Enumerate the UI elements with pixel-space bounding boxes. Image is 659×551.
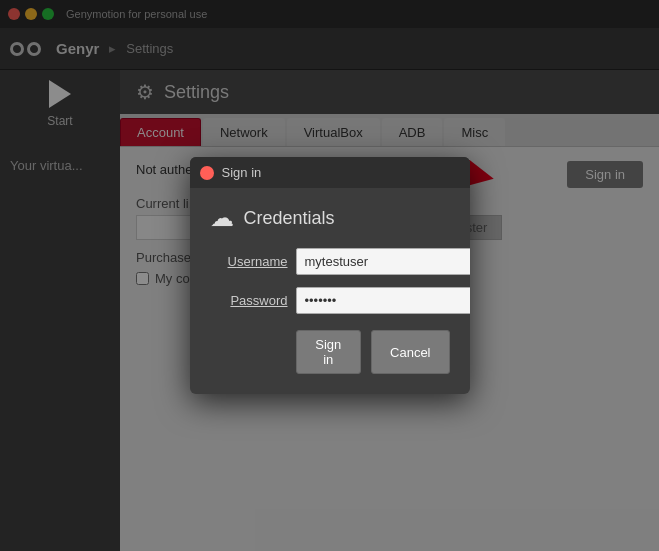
username-input[interactable] xyxy=(296,248,470,275)
username-label-underline: U xyxy=(228,254,237,269)
modal-sign-in-button[interactable]: Sign in xyxy=(296,330,362,374)
sign-in-modal: Sign in ☁ Credentials Username Password xyxy=(190,157,470,394)
modal-title: Sign in xyxy=(222,165,262,180)
modal-titlebar: Sign in xyxy=(190,157,470,188)
password-label-underline: P xyxy=(230,293,239,308)
modal-cancel-button[interactable]: Cancel xyxy=(371,330,449,374)
password-label-rest: assword xyxy=(239,293,287,308)
modal-actions: Sign in Cancel xyxy=(210,330,450,374)
modal-header: ☁ Credentials xyxy=(210,204,450,232)
username-label-rest: sername xyxy=(237,254,288,269)
modal-close-button[interactable] xyxy=(200,166,214,180)
password-input[interactable] xyxy=(296,287,470,314)
password-label: Password xyxy=(210,293,288,308)
password-row: Password xyxy=(210,287,450,314)
username-label: Username xyxy=(210,254,288,269)
modal-body: ☁ Credentials Username Password Sign in xyxy=(190,188,470,394)
modal-overlay: Sign in ☁ Credentials Username Password xyxy=(0,0,659,551)
username-row: Username xyxy=(210,248,450,275)
cloud-icon: ☁ xyxy=(210,204,234,232)
modal-heading: Credentials xyxy=(244,208,335,229)
